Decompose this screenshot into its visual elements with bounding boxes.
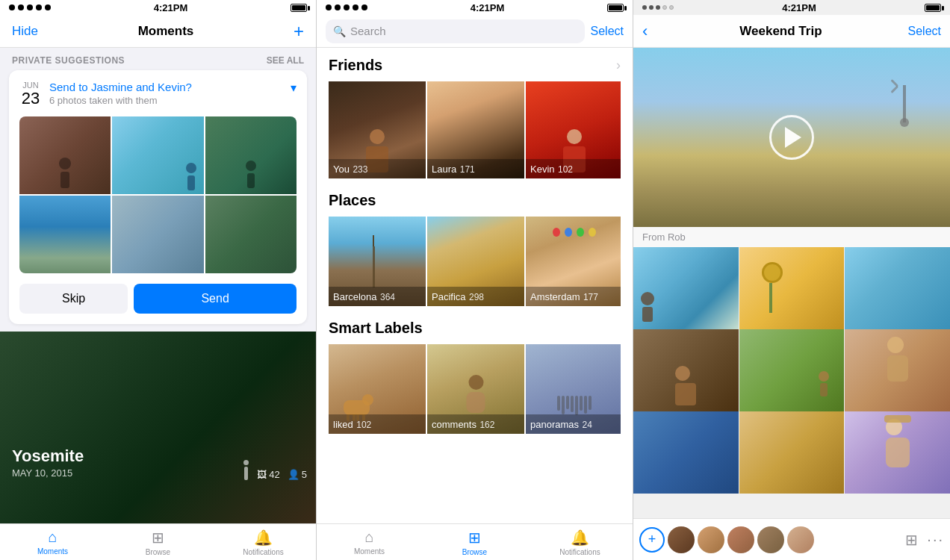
yosemite-title: Yosemite xyxy=(12,447,304,466)
person-you-overlay: You 233 xyxy=(329,159,426,178)
smart-labels-header: Smart Labels xyxy=(329,320,621,337)
people-icon: 👤 xyxy=(288,469,299,480)
hero-container xyxy=(633,48,950,227)
search-input[interactable]: Search xyxy=(350,25,386,37)
trip-photo-2[interactable] xyxy=(739,247,845,329)
skip-button[interactable]: Skip xyxy=(19,284,128,314)
from-rob-label: From Rob xyxy=(633,227,950,247)
avatar-3[interactable] xyxy=(727,526,754,553)
trip-photo-7[interactable] xyxy=(633,411,739,494)
person-laura[interactable]: Laura 171 xyxy=(427,81,524,178)
tab-notifications[interactable]: 🔔 Notifications xyxy=(211,526,316,559)
friends-section: Friends › You 233 Laura xyxy=(317,48,633,183)
label-liked[interactable]: liked 102 xyxy=(329,344,426,434)
photo-cell-6 xyxy=(205,196,297,273)
photo-cell-1 xyxy=(19,116,111,194)
suggestion-date: JUN 23 xyxy=(19,81,42,108)
balloons-icon xyxy=(526,228,621,237)
signal-dot xyxy=(326,4,332,10)
battery-3 xyxy=(925,4,941,12)
place-barcelona[interactable]: Barcelona 364 xyxy=(329,217,426,306)
friends-header: Friends › xyxy=(329,57,621,74)
smart-labels-title: Smart Labels xyxy=(329,320,423,337)
play-button[interactable] xyxy=(769,115,814,160)
tab-bar-1: ⌂ Moments ⊞ Browse 🔔 Notifications xyxy=(0,523,316,560)
crowd-icon xyxy=(526,396,621,415)
play-icon xyxy=(785,127,801,148)
place-pacifica[interactable]: Pacifica 298 xyxy=(427,217,524,306)
tab-notifications-2[interactable]: 🔔 Notifications xyxy=(527,526,633,559)
avatar-4[interactable] xyxy=(757,526,784,553)
suggestion-actions: Skip Send xyxy=(19,284,297,314)
yosemite-card[interactable]: Yosemite MAY 10, 2015 🖼 42 👤 5 xyxy=(0,332,316,523)
tab-bar-2: ⌂ Moments ⊞ Browse 🔔 Notifications xyxy=(317,523,633,560)
select-button-3[interactable]: Select xyxy=(908,25,941,38)
person-you[interactable]: You 233 xyxy=(329,81,426,178)
battery-icon-2 xyxy=(607,4,624,12)
trip-photo-3[interactable] xyxy=(845,247,950,329)
avatar-5[interactable] xyxy=(787,526,814,553)
label-panoramas[interactable]: panoramas 24 xyxy=(526,344,621,434)
hero-image[interactable] xyxy=(633,48,950,227)
avatar-2[interactable] xyxy=(698,526,724,553)
clock-2: 4:21PM xyxy=(471,2,505,13)
more-options-icon[interactable]: ··· xyxy=(927,531,944,548)
add-button[interactable]: + xyxy=(294,21,304,42)
tab-moments-2[interactable]: ⌂ Moments xyxy=(317,526,422,559)
tab-browse-2[interactable]: ⊞ Browse xyxy=(422,526,527,559)
status-bar-1: 4:21PM xyxy=(0,0,316,15)
photo-cell-5 xyxy=(112,196,203,273)
trip-photo-8[interactable] xyxy=(739,411,845,494)
signal-dot-3 xyxy=(642,5,647,10)
hide-button[interactable]: Hide xyxy=(12,24,38,39)
person-kevin[interactable]: Kevin 102 xyxy=(526,81,621,178)
browse-content: Friends › You 233 Laura xyxy=(317,48,633,523)
bell-icon-2: 🔔 xyxy=(571,529,589,547)
add-photo-icon[interactable]: ⊞ xyxy=(899,528,924,552)
label-comments[interactable]: comments 162 xyxy=(427,344,524,434)
signal-dot xyxy=(27,4,33,10)
browse-icon: ⊞ xyxy=(152,529,164,547)
baby-icon xyxy=(467,375,485,413)
dropdown-arrow-icon: ▾ xyxy=(291,81,297,95)
suggestion-card: JUN 23 Send to Jasmine and Kevin? 6 phot… xyxy=(9,70,307,324)
amsterdam-overlay: Amsterdam 177 xyxy=(526,287,621,306)
places-title: Places xyxy=(329,192,376,209)
photo-cell-3 xyxy=(205,116,297,194)
trip-photo-9[interactable] xyxy=(845,411,950,494)
suggestion-info: Send to Jasmine and Kevin? 6 photos take… xyxy=(49,81,283,106)
trip-photo-4[interactable] xyxy=(633,329,739,411)
send-button[interactable]: Send xyxy=(134,284,297,314)
battery-indicator xyxy=(291,4,307,12)
windmill-icon xyxy=(900,85,909,127)
places-row: Barcelona 364 Pacifica 298 xyxy=(329,217,621,306)
signal-dot xyxy=(18,4,24,10)
back-button[interactable]: ‹ xyxy=(642,22,648,41)
trip-photo-1[interactable] xyxy=(633,247,739,329)
yosemite-info: Yosemite MAY 10, 2015 xyxy=(0,438,316,523)
suggestion-subtitle: 6 photos taken with them xyxy=(49,95,283,106)
select-button[interactable]: Select xyxy=(591,25,624,38)
signal-dot-3 xyxy=(662,5,667,10)
avatar-1[interactable] xyxy=(668,526,695,553)
suggestion-day: 23 xyxy=(22,90,40,108)
search-bar[interactable]: 🔍 Search xyxy=(326,19,585,43)
trip-photo-5[interactable] xyxy=(739,329,845,411)
battery-2 xyxy=(607,4,624,12)
places-header: Places xyxy=(329,192,621,209)
place-amsterdam[interactable]: Amsterdam 177 xyxy=(526,217,621,306)
photo-row-1 xyxy=(633,247,950,329)
trip-photo-6[interactable] xyxy=(845,329,950,411)
private-suggestions-bar: PRIVATE SUGGESTIONS SEE ALL xyxy=(0,48,316,70)
home-icon: ⌂ xyxy=(48,529,57,546)
clock: 4:21PM xyxy=(154,2,188,13)
add-person-button[interactable]: + xyxy=(639,527,665,553)
signal-dot xyxy=(45,4,51,10)
panel-weekend-trip: 4:21PM ‹ Weekend Trip Select From Rob xyxy=(633,0,950,560)
suggestion-title[interactable]: Send to Jasmine and Kevin? xyxy=(49,81,283,93)
tab-moments[interactable]: ⌂ Moments xyxy=(0,526,105,559)
browse-icon-2: ⊞ xyxy=(468,529,481,547)
pacifica-overlay: Pacifica 298 xyxy=(427,287,524,306)
tab-browse[interactable]: ⊞ Browse xyxy=(105,526,211,559)
see-all-button[interactable]: SEE ALL xyxy=(267,55,304,66)
